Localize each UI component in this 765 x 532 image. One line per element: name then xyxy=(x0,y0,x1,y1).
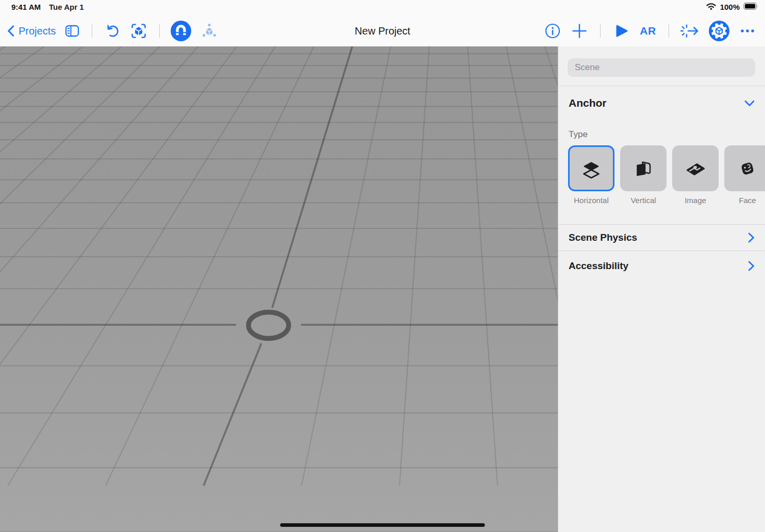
plus-icon xyxy=(571,22,588,40)
grid-line xyxy=(506,46,558,486)
scene-physics-row[interactable]: Scene Physics xyxy=(558,224,765,251)
snap-to-guides-toggle[interactable] xyxy=(170,20,192,42)
ar-mode-button[interactable]: AR xyxy=(639,20,657,42)
grid-line xyxy=(468,46,497,486)
anchor-type-name: Face xyxy=(739,196,756,205)
reality-composer-app: 9:41 AM Tue Apr 1 100% xyxy=(0,0,765,532)
toolbar-divider xyxy=(92,24,92,38)
gear-cube-icon xyxy=(708,20,730,42)
info-icon xyxy=(544,22,561,40)
scene-viewport[interactable] xyxy=(0,46,558,532)
play-icon xyxy=(613,22,629,40)
anchor-type-picker: Horizontal Vertical xyxy=(568,145,765,205)
scene-name-field[interactable]: Scene xyxy=(568,58,755,77)
grid-line xyxy=(8,46,275,486)
chevron-right-icon xyxy=(748,261,755,271)
grid-line xyxy=(0,46,198,486)
undo-button[interactable] xyxy=(103,20,121,42)
physics-preview-toggle[interactable] xyxy=(199,20,220,42)
accessibility-row[interactable]: Accessibility xyxy=(558,253,765,279)
anchor-type-horizontal[interactable]: Horizontal xyxy=(568,145,614,205)
more-options-button[interactable] xyxy=(738,20,757,42)
anchor-type-face[interactable]: Face xyxy=(724,145,765,205)
play-button[interactable] xyxy=(612,20,630,42)
toolbar-divider xyxy=(159,24,160,38)
panel-divider xyxy=(558,251,765,251)
status-time: 9:41 AM xyxy=(11,3,41,11)
anchor-section-title: Anchor xyxy=(569,97,607,109)
spark-arrow-icon xyxy=(680,21,700,41)
status-bar: 9:41 AM Tue Apr 1 100% xyxy=(0,0,765,15)
inspector-panel: Scene Anchor Type Horizontal xyxy=(558,46,765,532)
cube-dots-icon xyxy=(199,21,220,41)
grid-line xyxy=(204,343,261,486)
status-date: Tue Apr 1 xyxy=(49,3,84,11)
accessibility-label: Accessibility xyxy=(569,260,628,272)
scene-name-value: Scene xyxy=(575,62,600,73)
scene-list-sidebar-button[interactable] xyxy=(63,20,81,42)
home-indicator[interactable] xyxy=(280,523,485,527)
horizontal-plane-icon xyxy=(579,157,603,180)
back-to-projects-button[interactable]: Projects xyxy=(7,20,56,42)
face-anchor-icon xyxy=(736,157,759,180)
scan-cube-icon xyxy=(128,21,149,41)
grid-line xyxy=(0,46,160,486)
anchor-type-label: Type xyxy=(569,129,588,140)
ellipsis-icon xyxy=(739,22,756,40)
toolbar: Projects xyxy=(0,15,765,46)
info-button[interactable] xyxy=(543,20,562,42)
wifi-icon xyxy=(706,2,717,12)
grid-line xyxy=(0,46,83,486)
toolbar-divider xyxy=(669,24,669,38)
grid-line xyxy=(106,46,314,486)
chevron-down-icon xyxy=(744,100,755,107)
anchor-type-image[interactable]: Image xyxy=(672,145,719,205)
perspective-grid xyxy=(0,46,558,532)
anchor-type-vertical[interactable]: Vertical xyxy=(620,145,667,205)
add-object-button[interactable] xyxy=(570,20,589,42)
grid-line xyxy=(272,46,352,308)
behaviors-button[interactable] xyxy=(680,20,700,42)
anchor-section-header[interactable]: Anchor xyxy=(569,94,755,112)
battery-percent: 100% xyxy=(720,3,740,11)
battery-icon xyxy=(743,2,759,12)
grid-line xyxy=(0,46,237,486)
image-anchor-icon xyxy=(683,156,708,181)
sidebar-icon xyxy=(63,22,81,40)
grid-line xyxy=(0,46,44,486)
undo-icon xyxy=(103,21,121,41)
scene-physics-label: Scene Physics xyxy=(569,232,637,243)
anchor-type-name: Horizontal xyxy=(574,196,609,205)
object-capture-button[interactable] xyxy=(128,20,149,42)
anchor-origin-ring[interactable] xyxy=(248,312,289,339)
anchor-type-name: Image xyxy=(685,196,706,205)
grid-line xyxy=(400,46,429,486)
properties-inspector-button[interactable] xyxy=(708,20,730,42)
toolbar-divider xyxy=(600,24,601,38)
back-button-label: Projects xyxy=(19,25,56,37)
panel-divider xyxy=(558,86,765,86)
grid-line xyxy=(302,46,391,486)
grid-line xyxy=(0,46,121,486)
chevron-right-icon xyxy=(748,232,755,243)
anchor-type-name: Vertical xyxy=(630,196,656,205)
magnet-icon xyxy=(170,20,192,42)
chevron-left-icon xyxy=(7,25,14,37)
vertical-plane-icon xyxy=(631,157,655,180)
